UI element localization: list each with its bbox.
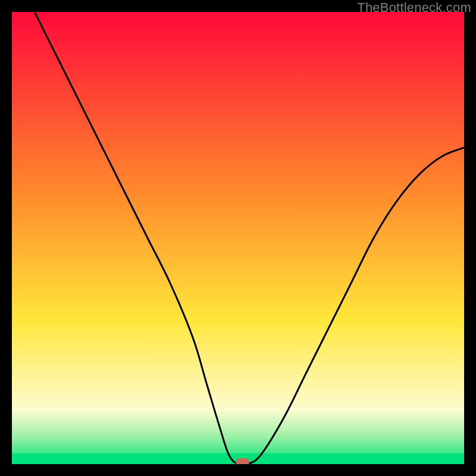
marker-dot: [236, 458, 249, 464]
gradient-bg: [12, 12, 464, 464]
chart-svg: [12, 12, 464, 464]
plot-area: [12, 12, 464, 464]
chart-frame: TheBottleneck.com: [0, 0, 476, 476]
